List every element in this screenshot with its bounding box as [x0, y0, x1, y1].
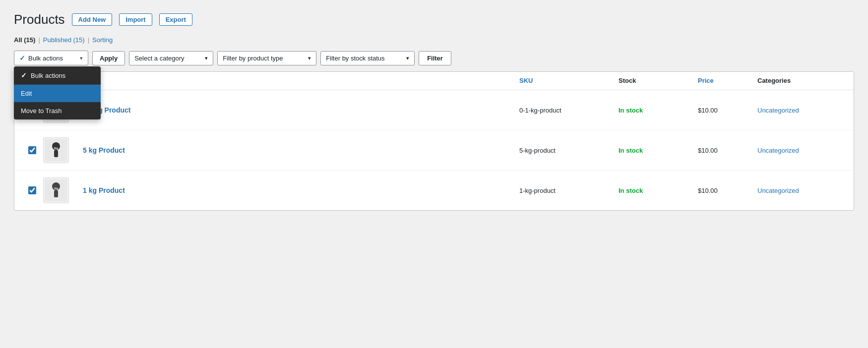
bulk-actions-dropdown[interactable]: ✓ Bulk actions ▾: [14, 51, 88, 65]
row-2-checkbox[interactable]: [28, 146, 36, 154]
row-3-checkbox[interactable]: [28, 186, 36, 194]
category-chevron-icon: ▾: [205, 55, 208, 61]
row-2-sku: 5-kg-product: [519, 147, 619, 154]
th-categories: Categories: [757, 77, 847, 85]
row-3-price: $10.00: [698, 187, 757, 194]
bulk-actions-chevron-icon: ▾: [80, 55, 83, 61]
category-filter-dropdown[interactable]: Select a category ▾: [129, 51, 213, 65]
row-2-product-name[interactable]: 5 kg Product: [83, 146, 519, 154]
filter-button[interactable]: Filter: [419, 51, 451, 65]
row-1-price: $10.00: [698, 107, 757, 114]
check-icon: ✓: [19, 54, 25, 62]
row-1-stock: In stock: [619, 107, 698, 114]
table-row: 0.1kg 0.1 kg Product 0-1-kg-product In s…: [14, 90, 854, 130]
bulk-dropdown-title: Bulk actions: [31, 72, 65, 79]
bulk-header-check-icon: ✓: [21, 71, 27, 79]
add-new-button[interactable]: Add New: [72, 13, 113, 26]
export-button[interactable]: Export: [159, 13, 192, 26]
svg-text:5kg: 5kg: [54, 147, 59, 150]
table-row: 5kg 5 kg Product 5-kg-product In stock $…: [14, 130, 854, 171]
subnav-sep-2: |: [88, 36, 89, 44]
row-2-stock: In stock: [619, 147, 698, 154]
bulk-actions-wrapper: ✓ Bulk actions ▾ ✓ Bulk actions Edit Mov…: [14, 51, 88, 65]
product-type-filter-dropdown[interactable]: Filter by product type ▾: [217, 51, 316, 65]
product-type-chevron-icon: ▾: [308, 55, 311, 61]
row-3-sku: 1-kg-product: [519, 187, 619, 194]
th-price[interactable]: Price: [698, 77, 757, 85]
row-3-stock: In stock: [619, 187, 698, 194]
toolbar: ✓ Bulk actions ▾ ✓ Bulk actions Edit Mov…: [14, 51, 854, 65]
row-1-product-name[interactable]: 0.1 kg Product: [83, 106, 519, 114]
svg-rect-6: [54, 150, 58, 157]
row-3-thumbnail: 1kg: [43, 177, 83, 203]
row-2-thumb-image: 5kg: [43, 137, 69, 163]
apply-button[interactable]: Apply: [92, 51, 125, 65]
bulk-dropdown-item-edit[interactable]: Edit: [14, 85, 101, 102]
import-button[interactable]: Import: [119, 13, 152, 26]
row-2-checkbox-cell[interactable]: [21, 146, 43, 154]
subnav-sorting[interactable]: Sorting: [92, 36, 113, 44]
page-header: Products Add New Import Export: [14, 12, 854, 27]
bulk-dropdown-header: ✓ Bulk actions: [14, 66, 101, 85]
subnav-sep-1: |: [38, 36, 40, 44]
stock-status-chevron-icon: ▾: [406, 55, 409, 61]
th-name[interactable]: Name: [83, 77, 519, 85]
row-1-sku: 0-1-kg-product: [519, 107, 619, 114]
bulk-actions-label: Bulk actions: [28, 55, 63, 62]
row-3-category[interactable]: Uncategorized: [757, 187, 847, 194]
row-2-category[interactable]: Uncategorized: [757, 147, 847, 154]
category-filter-label: Select a category: [134, 55, 184, 62]
row-1-category[interactable]: Uncategorized: [757, 107, 847, 114]
products-table: Name SKU Stock Price Categories 0.1kg 0.…: [14, 71, 854, 211]
th-stock: Stock: [619, 77, 698, 85]
row-3-thumb-image: 1kg: [43, 177, 69, 203]
row-2-price: $10.00: [698, 147, 757, 154]
subnav-published[interactable]: Published (15): [43, 36, 85, 44]
row-3-checkbox-cell[interactable]: [21, 186, 43, 194]
table-header: Name SKU Stock Price Categories: [14, 72, 854, 90]
th-sku[interactable]: SKU: [519, 77, 619, 85]
page-title: Products: [14, 12, 65, 27]
row-3-product-name[interactable]: 1 kg Product: [83, 186, 519, 194]
row-2-thumbnail: 5kg: [43, 137, 83, 163]
product-type-filter-label: Filter by product type: [223, 55, 283, 62]
subnav-all[interactable]: All (15): [14, 36, 35, 44]
sub-navigation: All (15) | Published (15) | Sorting: [14, 36, 854, 44]
table-row: 1kg 1 kg Product 1-kg-product In stock $…: [14, 171, 854, 210]
bulk-dropdown-item-move-to-trash[interactable]: Move to Trash: [14, 102, 101, 119]
svg-rect-10: [54, 190, 58, 197]
svg-text:1kg: 1kg: [54, 187, 59, 190]
bulk-actions-menu: ✓ Bulk actions Edit Move to Trash: [14, 66, 101, 119]
stock-status-filter-dropdown[interactable]: Filter by stock status ▾: [320, 51, 415, 65]
stock-status-filter-label: Filter by stock status: [326, 55, 384, 62]
